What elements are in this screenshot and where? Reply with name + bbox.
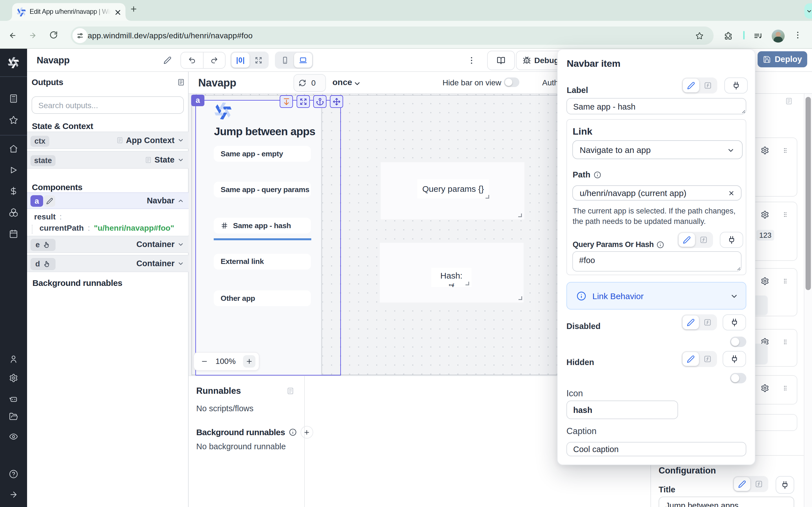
undo-button[interactable] — [181, 52, 203, 68]
connect-input-button[interactable] — [724, 77, 748, 94]
disabled-toggle[interactable] — [730, 337, 746, 347]
nav-button-external-link[interactable]: External link — [214, 254, 311, 270]
forward-icon[interactable] — [29, 32, 37, 40]
centered-layout-button[interactable]: |0| — [232, 53, 250, 68]
connect-input-button[interactable] — [723, 314, 746, 330]
site-settings-button[interactable] — [72, 28, 87, 43]
info-icon[interactable] — [657, 241, 664, 248]
result-key[interactable]: result: — [34, 212, 62, 221]
output-row-state[interactable]: state State — [27, 151, 189, 169]
fx-mode-button[interactable] — [699, 316, 716, 329]
drag-handle-icon[interactable] — [782, 146, 788, 155]
move-tool[interactable] — [330, 95, 343, 108]
connect-input-button[interactable] — [720, 232, 743, 248]
sidebar-item-workers[interactable] — [9, 394, 18, 403]
drag-handle-icon[interactable] — [782, 384, 788, 392]
link-behavior-banner[interactable]: Link Behavior — [566, 282, 746, 309]
tab-close-icon[interactable] — [114, 8, 122, 16]
expand-down-tool[interactable] — [280, 95, 293, 108]
fx-mode-button[interactable] — [699, 352, 716, 366]
tab-search-button[interactable] — [804, 3, 812, 18]
link-kind-select[interactable]: Navigate to an app — [572, 140, 743, 159]
static-mode-button[interactable] — [682, 352, 699, 366]
output-row-ctx[interactable]: ctx App Context — [27, 131, 189, 149]
url-text[interactable]: app.windmill.dev/apps/edit/u/henri/navap… — [88, 31, 253, 40]
settings-doc-icon[interactable] — [785, 97, 793, 105]
static-mode-button[interactable] — [679, 233, 695, 247]
nav-button-same-app-empty[interactable]: Same app - empty — [214, 146, 311, 162]
frequency-select[interactable]: once — [333, 77, 352, 87]
bookmark-star-icon[interactable] — [696, 32, 703, 40]
icon-input[interactable]: hash — [566, 400, 678, 419]
sidebar-item-settings[interactable] — [9, 374, 18, 383]
edit-app-name-icon[interactable] — [163, 56, 171, 64]
nav-button-other-app[interactable]: Other app — [214, 290, 311, 306]
extensions-icon[interactable] — [724, 31, 733, 40]
chevron-down-icon[interactable] — [353, 80, 361, 88]
desktop-view-button[interactable] — [294, 53, 312, 68]
windmill-logo[interactable] — [8, 57, 19, 68]
chevron-down-icon[interactable] — [177, 157, 184, 163]
profile-avatar[interactable] — [772, 30, 784, 43]
redo-button[interactable] — [203, 52, 225, 68]
sidebar-item-help[interactable] — [9, 469, 18, 478]
gear-icon[interactable] — [761, 146, 769, 155]
component-row-d[interactable]: d Container — [27, 255, 189, 272]
zoom-in-button[interactable] — [243, 355, 255, 368]
editor-menu-kebab-icon[interactable] — [467, 56, 476, 65]
playlist-extension-icon[interactable] — [754, 32, 763, 41]
clear-path-icon[interactable] — [728, 190, 735, 196]
gear-icon[interactable] — [761, 384, 769, 392]
title-field-input[interactable]: Jump between apps — [659, 497, 794, 507]
gear-icon[interactable] — [761, 277, 769, 285]
sidebar-item-resources[interactable] — [9, 208, 18, 217]
component-row-e[interactable]: e Container — [27, 236, 189, 253]
sidebar-expand-icon[interactable] — [9, 490, 18, 499]
fx-mode-button[interactable] — [699, 78, 716, 93]
connect-input-button[interactable] — [723, 351, 746, 367]
nav-button-same-app-hash[interactable]: Same app - hash — [214, 218, 311, 233]
sidebar-item-home[interactable] — [9, 144, 18, 153]
scrollbar-thumb[interactable] — [806, 97, 811, 290]
hide-bar-toggle[interactable] — [504, 77, 519, 87]
drag-handle-icon[interactable] — [782, 338, 788, 346]
runnables-doc-icon[interactable] — [287, 387, 294, 395]
container-e-preview[interactable]: Query params {} — [380, 162, 524, 219]
resize-handle[interactable] — [735, 265, 740, 270]
path-input[interactable]: u/henri/navapp (current app) — [572, 185, 742, 201]
sidebar-item-runs[interactable] — [9, 166, 18, 175]
refresh-count-button[interactable]: 0 — [294, 74, 326, 92]
deploy-button[interactable]: Deploy — [758, 51, 807, 67]
fullscreen-layout-button[interactable] — [250, 53, 267, 68]
outputs-doc-icon[interactable] — [177, 78, 185, 86]
result-current-path[interactable]: currentPath:"u/henri/navapp#foo" — [40, 224, 174, 233]
fullscreen-tool[interactable] — [297, 95, 310, 108]
static-mode-button[interactable] — [734, 477, 750, 491]
query-params-input[interactable]: #foo — [572, 251, 742, 272]
chevron-down-icon[interactable] — [177, 137, 184, 144]
chevron-up-icon[interactable] — [177, 198, 184, 204]
static-mode-button[interactable] — [682, 316, 699, 329]
reload-icon[interactable] — [49, 31, 58, 39]
component-row-navbar[interactable]: a Navbar — [27, 192, 189, 209]
new-tab-icon[interactable] — [130, 5, 138, 13]
edit-component-icon[interactable] — [44, 195, 55, 207]
sidebar-item-users[interactable] — [9, 355, 18, 363]
zoom-out-icon[interactable] — [201, 358, 208, 365]
info-icon[interactable] — [594, 171, 601, 179]
static-mode-button[interactable] — [683, 78, 699, 93]
container-d-preview[interactable]: Hash:"f — [380, 243, 523, 302]
browser-tab[interactable]: Edit App u/henri/navapp | Win — [12, 3, 125, 21]
docs-button[interactable] — [487, 51, 515, 70]
resize-handle[interactable] — [740, 108, 745, 113]
sidebar-item-folders[interactable] — [9, 412, 18, 421]
fx-mode-button[interactable] — [695, 233, 712, 247]
mobile-view-button[interactable] — [276, 53, 294, 68]
fx-mode-button[interactable] — [750, 477, 767, 491]
sidebar-item-apps[interactable] — [9, 94, 18, 103]
hidden-toggle[interactable] — [730, 373, 746, 383]
back-icon[interactable] — [9, 32, 17, 40]
label-field-input[interactable]: Same app - hash — [566, 98, 746, 114]
sidebar-item-schedules[interactable] — [9, 229, 18, 238]
drag-handle-icon[interactable] — [782, 277, 788, 285]
